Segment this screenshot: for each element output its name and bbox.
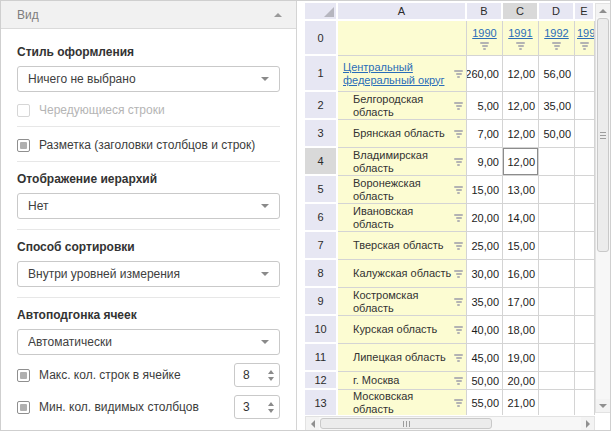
row-header[interactable]: 6 [305, 204, 338, 232]
data-cell[interactable]: 20,00 [503, 372, 539, 390]
region-cell[interactable]: Владимирская область [338, 148, 467, 176]
max-rows-checkbox[interactable] [17, 369, 30, 382]
selected-cell[interactable]: 12,00 [503, 148, 539, 176]
filter-icon[interactable] [552, 42, 561, 50]
filter-icon[interactable] [454, 377, 463, 385]
spinner-down-icon[interactable] [268, 377, 274, 381]
column-header-a[interactable]: A [338, 3, 467, 21]
region-cell[interactable]: Белгородская область [338, 92, 467, 120]
data-cell[interactable]: 16,00 [503, 260, 539, 288]
data-cell[interactable] [539, 372, 575, 390]
data-cell[interactable] [539, 176, 575, 204]
row-header[interactable]: 9 [305, 288, 338, 316]
data-cell[interactable]: 20,00 [467, 204, 503, 232]
row-header[interactable]: 2 [305, 92, 338, 120]
data-cell[interactable] [539, 260, 575, 288]
data-cell[interactable] [539, 288, 575, 316]
data-cell[interactable]: 17,00 [503, 288, 539, 316]
filter-icon[interactable] [454, 326, 463, 334]
filter-icon[interactable] [454, 102, 463, 110]
column-header-e[interactable]: E [575, 3, 595, 21]
year-cell[interactable]: 1990 [467, 21, 503, 56]
region-cell[interactable]: Костромская область [338, 288, 467, 316]
region-cell[interactable]: Центральный федеральный округ [338, 56, 467, 92]
region-cell[interactable]: Курская область [338, 316, 467, 344]
data-cell[interactable] [539, 316, 575, 344]
scroll-left-button[interactable] [306, 417, 319, 430]
row-header[interactable]: 13 [305, 390, 338, 415]
vertical-scrollbar[interactable] [595, 3, 611, 413]
data-cell[interactable]: 55,00 [467, 390, 503, 415]
filter-icon[interactable] [454, 214, 463, 222]
year-cell[interactable]: 199 [575, 21, 595, 56]
scroll-down-button[interactable] [596, 399, 610, 412]
data-cell[interactable]: 50,00 [467, 372, 503, 390]
data-cell[interactable]: 35,00 [467, 288, 503, 316]
horizontal-scrollbar-thumb[interactable] [320, 418, 492, 429]
markup-checkbox[interactable] [17, 139, 30, 152]
filter-icon[interactable] [480, 42, 489, 50]
data-cell[interactable] [575, 232, 595, 260]
data-cell[interactable] [539, 232, 575, 260]
region-cell[interactable]: Калужская область [338, 260, 467, 288]
row-header[interactable]: 0 [305, 21, 338, 56]
region-cell[interactable]: Тверская область [338, 232, 467, 260]
data-cell[interactable] [575, 120, 595, 148]
style-dropdown[interactable]: Ничего не выбрано [17, 66, 280, 92]
year-link[interactable]: 1991 [508, 27, 532, 39]
filter-icon[interactable] [454, 186, 463, 194]
collapse-arrow-icon[interactable] [274, 13, 282, 17]
filter-icon[interactable] [580, 42, 589, 50]
data-cell[interactable]: 25,00 [467, 232, 503, 260]
region-link[interactable]: Центральный федеральный округ [343, 61, 452, 87]
data-cell[interactable] [575, 148, 595, 176]
data-cell[interactable]: 21,00 [503, 390, 539, 415]
region-cell[interactable]: Липецкая область [338, 344, 467, 372]
horizontal-scrollbar[interactable] [305, 416, 595, 431]
spinner-down-icon[interactable] [268, 409, 274, 413]
data-cell[interactable]: 14,00 [503, 204, 539, 232]
data-cell[interactable]: 12,00 [503, 120, 539, 148]
data-cell[interactable]: 15,00 [467, 176, 503, 204]
row-header[interactable]: 10 [305, 316, 338, 344]
filter-icon[interactable] [454, 130, 463, 138]
data-cell[interactable] [539, 390, 575, 415]
data-cell[interactable] [575, 204, 595, 232]
data-cell[interactable]: 40,00 [467, 316, 503, 344]
sorting-dropdown[interactable]: Внутри уровней измерения [17, 261, 280, 287]
data-cell[interactable]: 9,00 [467, 148, 503, 176]
scroll-right-button[interactable] [581, 417, 594, 430]
data-cell[interactable] [575, 92, 595, 120]
filter-icon[interactable] [454, 298, 463, 306]
filter-icon[interactable] [454, 242, 463, 250]
data-cell[interactable] [575, 260, 595, 288]
data-cell[interactable] [575, 390, 595, 415]
row-header[interactable]: 8 [305, 260, 338, 288]
data-cell[interactable] [539, 204, 575, 232]
data-cell[interactable]: 12,00 [503, 92, 539, 120]
min-cols-checkbox[interactable] [17, 401, 30, 414]
year-cell[interactable]: 1991 [503, 21, 539, 56]
data-cell[interactable] [575, 288, 595, 316]
spinner-up-icon[interactable] [268, 402, 274, 406]
row-header[interactable]: 12 [305, 372, 338, 390]
data-cell[interactable]: 56,00 [539, 56, 575, 92]
region-cell[interactable]: г. Москва [338, 372, 467, 390]
region-cell[interactable]: Воронежская область [338, 176, 467, 204]
min-cols-spinner[interactable]: 3 [234, 395, 280, 419]
panel-header[interactable]: Вид [1, 1, 296, 29]
column-header-c[interactable]: C [503, 3, 539, 21]
column-header-b[interactable]: B [467, 3, 503, 21]
data-cell[interactable] [575, 344, 595, 372]
region-cell[interactable]: Московская область [338, 390, 467, 415]
max-rows-spinner[interactable]: 8 [234, 363, 280, 387]
column-header-d[interactable]: D [539, 3, 575, 21]
data-cell[interactable]: 50,00 [539, 120, 575, 148]
data-cell[interactable] [575, 372, 595, 390]
filter-icon[interactable] [454, 70, 463, 78]
row-header[interactable]: 5 [305, 176, 338, 204]
data-cell[interactable]: 35,00 [539, 92, 575, 120]
select-all-corner[interactable] [305, 3, 338, 21]
row-header[interactable]: 7 [305, 232, 338, 260]
corner-dimension-cell[interactable] [338, 21, 467, 56]
